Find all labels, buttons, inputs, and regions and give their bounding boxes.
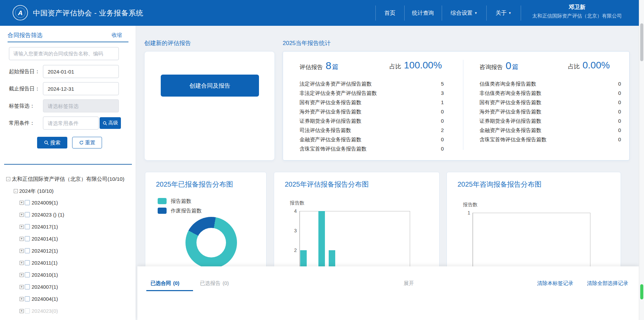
stat-value: 3 [441, 88, 444, 98]
contract-checkbox[interactable] [25, 224, 30, 229]
expand-node-icon[interactable] [20, 309, 24, 313]
tree-node-contract-disabled[interactable]: 2024023(0) [0, 307, 136, 316]
nav-item-home[interactable]: 首页 [375, 0, 404, 26]
stat-label: 估值类咨询业务报告篇数 [479, 79, 536, 88]
contract-checkbox[interactable] [25, 284, 30, 289]
chart-title: 2025年评估报备报告分布图 [285, 180, 369, 189]
expand-node-icon[interactable] [20, 285, 24, 289]
expand-node-icon[interactable] [20, 249, 24, 253]
reset-button[interactable]: 重置 [72, 137, 102, 148]
tree-node-contract[interactable]: 2024009(1) [0, 198, 136, 207]
user-info[interactable]: 邓卫新 太和正信国际资产评估（北京）有限公司 [524, 0, 630, 26]
contract-checkbox[interactable] [25, 272, 30, 277]
stats-divider [463, 60, 463, 150]
clear-all-selection-link[interactable]: 清除全部选择记录 [587, 280, 628, 287]
tree-node-contract[interactable]: 2024011(1) [0, 258, 136, 267]
create-contract-report-button[interactable]: 创建合同及报告 [161, 75, 259, 97]
tree-node-label: 2024023(0) [32, 307, 58, 316]
assessment-report-summary: 评估报告 8 篇 [300, 60, 339, 71]
y-tick-label: 3 [290, 228, 297, 233]
stats-section-title: 2025当年报告统计 [283, 39, 331, 47]
tree-node-contract[interactable]: 2024023 () (1) [0, 210, 136, 219]
stat-row: 非估值类咨询业务报告篇数0 [479, 88, 621, 98]
create-report-panel: 创建合同及报告 [144, 51, 275, 161]
stat-row: 非法定评估业务资产评估报告篇数3 [300, 88, 444, 98]
contract-filter-sidebar: 合同报告筛选 收缩 起始报告日： 截止报告日： 标签筛选： 常用条件： 高级 搜… [0, 26, 136, 320]
stat-value: 5 [441, 79, 444, 88]
contract-checkbox[interactable] [25, 248, 30, 253]
nav-item-settings[interactable]: 综合设置 [442, 0, 486, 26]
tree-node-year[interactable]: 2024年 (10/10) [0, 187, 136, 196]
plot-top-border [300, 211, 410, 211]
nav-item-about[interactable]: 关于 [486, 0, 521, 26]
advanced-search-button[interactable]: 高级 [100, 117, 121, 129]
tree-node-contract[interactable]: 2024004(1) [0, 295, 136, 304]
stat-row: 证券期货业务评估报告篇数0 [300, 116, 444, 125]
stat-row: 司法评估业务报告篇数2 [300, 125, 444, 135]
expand-node-icon[interactable] [20, 297, 24, 301]
search-button[interactable]: 搜索 [37, 137, 67, 148]
nav-item-stats-query[interactable]: 统计查询 [404, 0, 442, 26]
stat-value: 0 [441, 107, 444, 116]
clear-current-tab-link[interactable]: 清除本标签记录 [537, 280, 573, 287]
collapse-node-icon[interactable] [14, 189, 18, 193]
page-scrollbar[interactable] [639, 0, 644, 320]
common-condition-input[interactable] [43, 117, 99, 130]
stat-label: 含珠宝首饰评估业务报告篇数 [300, 144, 366, 153]
expand-node-icon[interactable] [20, 273, 24, 277]
legend-swatch-reports [158, 198, 167, 204]
expand-toggle[interactable]: 展开 [393, 280, 424, 287]
end-date-input[interactable] [43, 82, 119, 95]
contract-checkbox[interactable] [25, 200, 30, 205]
svg-text:A: A [18, 9, 23, 16]
tab-selected-contracts[interactable]: 已选合同(0) [150, 280, 179, 287]
reported-donut-chart [185, 217, 237, 268]
contract-checkbox[interactable] [25, 260, 30, 265]
collapse-node-icon[interactable] [6, 177, 10, 181]
legend-item: 作废报告篇数 [158, 206, 202, 216]
expand-node-icon[interactable] [20, 201, 24, 205]
assessment-stat-list: 法定评估业务资产评估报告篇数5 非法定评估业务资产评估报告篇数3 国有资产评估业… [300, 79, 444, 153]
tree-node-contract[interactable]: 2024007(1) [0, 283, 136, 291]
expand-node-icon[interactable] [20, 261, 24, 265]
y-tick-label: 2 [290, 247, 297, 253]
nav-item-label: 综合设置 [451, 10, 473, 16]
chevron-down-icon [508, 0, 511, 26]
stat-label: 金融资产评估业务报告篇数 [300, 135, 361, 144]
scrollbar-thumb[interactable] [640, 23, 643, 61]
stat-row: 金融资产评估业务报告篇数0 [300, 135, 444, 144]
tree-node-contract[interactable]: 2024012(1) [0, 246, 136, 255]
create-section-title: 创建新的评估报告 [144, 39, 191, 47]
nav-divider [521, 5, 521, 21]
contract-checkbox[interactable] [25, 308, 30, 313]
y-tick-label: 1 [463, 210, 470, 216]
summary-label: 咨询报告 [479, 63, 503, 71]
tree-node-contract[interactable]: 2024017(1) [0, 222, 136, 231]
tree-node-label: 2024017(1) [32, 222, 58, 231]
expand-node-icon[interactable] [20, 237, 24, 241]
stat-value: 0 [618, 107, 621, 116]
contract-checkbox[interactable] [25, 296, 30, 301]
refresh-icon [79, 140, 84, 145]
keyword-search-input[interactable] [9, 47, 119, 60]
tree-node-contract[interactable]: 2024010(1) [0, 271, 136, 279]
expand-node-icon[interactable] [20, 213, 24, 217]
stat-row: 含珠宝首饰评估业务报告篇数0 [300, 144, 444, 153]
stat-label: 国有资产评估业务报告篇数 [300, 98, 361, 107]
contract-checkbox[interactable] [25, 212, 30, 217]
stat-value: 0 [618, 79, 621, 88]
tab-selected-reports[interactable]: 已选报告(0) [200, 280, 229, 287]
contract-checkbox[interactable] [25, 236, 30, 241]
tree-node-contract[interactable]: 2024014(1) [0, 234, 136, 243]
collapse-link[interactable]: 收缩 [112, 32, 122, 38]
stat-row: 海外资产评估业务报告篇数0 [479, 107, 621, 116]
start-date-input[interactable] [43, 65, 119, 78]
summary-unit: 篇 [332, 63, 339, 71]
expand-node-icon[interactable] [20, 225, 24, 229]
tag-filter-input[interactable] [43, 99, 119, 112]
chart-title: 2025年咨询报备报告分布图 [457, 180, 542, 189]
summary-count: 0 [506, 60, 511, 71]
tag-filter-label: 标签筛选： [9, 99, 35, 112]
ratio-label: 占比 [568, 63, 580, 70]
tree-node-company[interactable]: 太和正信国际资产评估（北京）有限公司(10/10) [0, 175, 136, 184]
